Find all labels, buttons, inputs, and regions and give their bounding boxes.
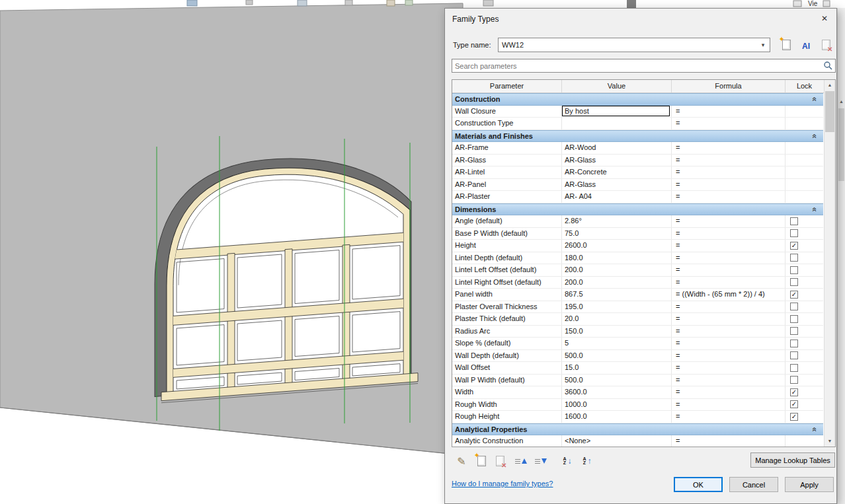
column-parameter[interactable]: Parameter <box>452 80 562 92</box>
cancel-button[interactable]: Cancel <box>729 477 778 492</box>
window-family[interactable] <box>155 149 418 404</box>
parameter-value[interactable]: AR-Glass <box>562 179 672 191</box>
scroll-thumb[interactable] <box>838 108 844 181</box>
lock-checkbox[interactable] <box>790 217 798 225</box>
section-header[interactable]: Materials and Finishes« <box>452 130 823 143</box>
parameter-value[interactable]: AR-Concrete <box>562 166 672 178</box>
lock-checkbox[interactable]: ✓ <box>790 400 798 408</box>
scroll-down-icon[interactable]: ▼ <box>825 436 835 447</box>
parameter-value[interactable]: 2.86° <box>562 215 672 227</box>
parameter-formula[interactable]: = <box>672 386 785 398</box>
column-lock[interactable]: Lock <box>785 80 823 92</box>
sort-ascending-button[interactable]: AZ ↓ <box>559 452 576 470</box>
parameter-value[interactable]: 867.5 <box>562 289 672 301</box>
value-editor[interactable]: By host <box>562 106 670 117</box>
parameter-formula[interactable]: = <box>672 118 785 129</box>
lock-checkbox[interactable]: ✓ <box>790 413 798 421</box>
parameter-formula[interactable]: = <box>672 166 785 178</box>
ok-button[interactable]: OK <box>674 477 723 492</box>
parameter-formula[interactable]: = <box>672 228 785 240</box>
scroll-up-icon[interactable]: ▲ <box>825 80 835 90</box>
parameter-formula[interactable]: = <box>672 326 785 338</box>
parameter-formula[interactable]: = <box>672 362 785 374</box>
section-header[interactable]: Construction« <box>452 93 823 106</box>
parameter-value[interactable]: 75.0 <box>562 228 672 240</box>
parameter-value[interactable]: 1000.0 <box>562 399 672 411</box>
parameter-formula[interactable]: = <box>672 277 785 289</box>
new-type-button[interactable]: ✦ <box>778 38 794 54</box>
lock-checkbox[interactable] <box>790 266 798 274</box>
lock-checkbox[interactable] <box>790 254 798 262</box>
search-icon[interactable] <box>823 61 833 71</box>
lock-checkbox[interactable]: ✓ <box>790 388 798 396</box>
lock-checkbox[interactable] <box>790 278 798 286</box>
lock-checkbox[interactable] <box>790 364 798 372</box>
parameter-formula[interactable]: = <box>672 350 785 362</box>
lock-checkbox[interactable] <box>790 340 798 347</box>
collapse-icon[interactable]: « <box>811 427 820 431</box>
lock-checkbox[interactable] <box>790 315 798 323</box>
parameter-value[interactable]: 500.0 <box>562 350 672 362</box>
parameter-value[interactable]: <None> <box>562 435 672 447</box>
parameter-value[interactable]: 150.0 <box>562 326 672 338</box>
lock-checkbox[interactable] <box>790 229 798 237</box>
parameter-value[interactable]: 180.0 <box>562 252 672 264</box>
scroll-up-icon[interactable]: ▲ <box>838 99 845 104</box>
move-parameter-up-button[interactable] <box>512 452 530 470</box>
parameter-value[interactable]: 200.0 <box>562 264 672 276</box>
column-value[interactable]: Value <box>562 80 672 92</box>
parameter-value[interactable]: AR-Glass <box>562 155 672 166</box>
new-parameter-button[interactable]: ✦ <box>473 452 490 470</box>
type-name-dropdown[interactable]: WW12 ▾ <box>498 38 770 52</box>
lock-checkbox[interactable] <box>790 376 798 384</box>
parameter-value[interactable]: 2600.0 <box>562 240 672 252</box>
delete-parameter-button[interactable]: ✕ <box>491 452 508 470</box>
parameter-formula[interactable]: = <box>672 375 785 386</box>
scroll-thumb[interactable] <box>825 91 834 132</box>
rename-type-button[interactable]: AI <box>798 38 814 54</box>
parameter-formula[interactable]: = <box>672 264 785 276</box>
parameter-formula[interactable]: = <box>672 240 785 252</box>
parameter-formula[interactable]: = <box>672 435 785 447</box>
collapse-icon[interactable]: « <box>811 133 820 138</box>
parameter-value[interactable]: By host <box>562 106 672 118</box>
parameter-value[interactable]: 500.0 <box>562 375 672 386</box>
parameter-formula[interactable]: = <box>672 313 785 325</box>
parameter-formula[interactable]: = <box>672 301 785 313</box>
manage-lookup-tables-button[interactable]: Manage Lookup Tables <box>750 452 835 468</box>
sort-descending-button[interactable]: AZ ↑ <box>579 452 596 470</box>
parameter-value[interactable]: AR-Wood <box>562 142 672 154</box>
parameter-value[interactable] <box>562 118 672 129</box>
parameter-value[interactable]: 15.0 <box>562 362 672 374</box>
move-parameter-down-button[interactable] <box>532 452 549 470</box>
parameter-formula[interactable]: = <box>672 155 785 166</box>
parameter-value[interactable]: 5 <box>562 338 672 349</box>
column-formula[interactable]: Formula <box>672 80 785 92</box>
collapse-icon[interactable]: « <box>811 207 820 211</box>
lock-checkbox[interactable]: ✓ <box>790 242 798 250</box>
lock-checkbox[interactable] <box>790 303 798 310</box>
parameter-value[interactable]: AR- A04 <box>562 191 672 203</box>
table-scrollbar[interactable]: ▲ ▼ <box>824 80 835 447</box>
parameter-formula[interactable]: = <box>672 142 785 154</box>
parameter-formula[interactable]: = <box>672 179 785 191</box>
parameter-value[interactable]: 195.0 <box>562 301 672 313</box>
apply-button[interactable]: Apply <box>785 477 834 492</box>
delete-type-button[interactable]: ✕ <box>818 38 834 54</box>
help-link[interactable]: How do I manage family types? <box>452 480 553 487</box>
lock-checkbox[interactable]: ✓ <box>790 291 798 299</box>
section-header[interactable]: Analytical Properties« <box>452 423 823 436</box>
parameter-formula[interactable]: = <box>672 399 785 411</box>
parameter-formula[interactable]: = <box>672 411 785 423</box>
parameter-formula[interactable]: = <box>672 338 785 349</box>
parameter-formula[interactable]: = <box>672 106 785 118</box>
search-input[interactable] <box>452 59 821 72</box>
parameter-value[interactable]: 20.0 <box>562 313 672 325</box>
close-icon[interactable]: ✕ <box>816 12 833 25</box>
parameter-formula[interactable]: = <box>672 215 785 227</box>
parameter-value[interactable]: 3600.0 <box>562 386 672 398</box>
lock-checkbox[interactable] <box>790 327 798 335</box>
browser-scrollbar[interactable]: ▲ <box>837 8 845 504</box>
lock-checkbox[interactable] <box>790 351 798 359</box>
parameter-formula[interactable]: = ((Width - (65 mm * 2)) / 4) <box>672 289 785 301</box>
